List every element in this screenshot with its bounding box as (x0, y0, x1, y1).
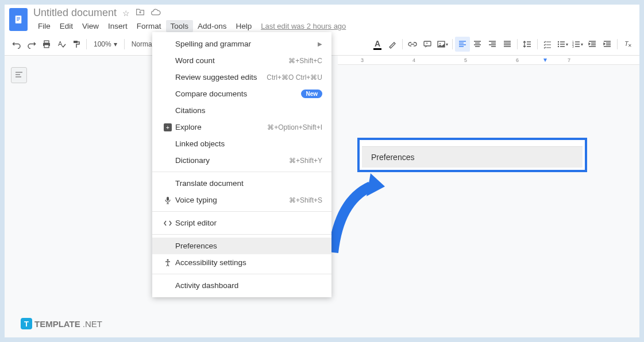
menu-shortcut: ⌘+Shift+S (289, 196, 322, 204)
watermark: T TEMPLATE.NET (21, 318, 102, 329)
document-title[interactable]: Untitled document (33, 7, 117, 19)
show-outline-button[interactable] (11, 67, 27, 83)
toolbar-separator (517, 39, 518, 49)
new-badge: New (301, 90, 322, 98)
menu-label: Explore (175, 123, 267, 131)
menu-separator (152, 274, 331, 274)
menu-activity-dashboard[interactable]: Activity dashboard (152, 277, 331, 294)
numbered-list-button[interactable]: 123▾ (570, 37, 585, 52)
svg-point-14 (558, 44, 559, 45)
title-area: Untitled document ☆ File Edit View Inser… (33, 7, 635, 32)
menu-compare-documents[interactable]: Compare documents New (152, 86, 331, 102)
menu-script-editor[interactable]: Script editor (152, 215, 331, 231)
menu-tools[interactable]: Tools (166, 20, 194, 32)
menu-separator (152, 234, 331, 235)
line-spacing-button[interactable] (520, 37, 535, 52)
align-right-button[interactable] (485, 37, 500, 52)
menu-bar: File Edit View Insert Format Tools Add-o… (33, 19, 635, 32)
star-icon[interactable]: ☆ (122, 9, 130, 18)
menu-format[interactable]: Format (132, 20, 166, 32)
svg-rect-3 (17, 20, 19, 21)
insert-link-button[interactable] (405, 37, 420, 52)
toolbar-separator (617, 39, 618, 49)
menu-shortcut: ⌘+Shift+Y (289, 157, 322, 165)
align-justify-button[interactable] (500, 37, 515, 52)
toolbar-separator (402, 39, 403, 49)
menu-label: Activity dashboard (175, 281, 322, 290)
move-icon[interactable] (136, 8, 145, 18)
spellcheck-button[interactable]: A (54, 37, 69, 52)
menu-label: Linked objects (175, 139, 322, 148)
ruler-mark-4: 4 (412, 57, 415, 63)
menu-label: Word count (175, 56, 288, 65)
redo-button[interactable] (24, 37, 39, 52)
menu-label: Translate document (175, 179, 322, 188)
menu-edit[interactable]: Edit (55, 20, 78, 32)
menu-voice-typing[interactable]: Voice typing ⌘+Shift+S (152, 192, 331, 208)
align-left-button[interactable] (455, 37, 470, 52)
docs-logo-icon[interactable] (9, 8, 28, 31)
menu-label: Script editor (175, 219, 322, 227)
watermark-brand: TEMPLATE (34, 319, 80, 329)
callout-box: Preferences (357, 138, 587, 172)
svg-point-13 (558, 41, 559, 42)
menu-separator (152, 172, 331, 172)
ruler-mark-5: 5 (464, 57, 467, 63)
microphone-icon (161, 196, 174, 204)
menu-view[interactable]: View (78, 20, 103, 32)
checklist-button[interactable] (540, 37, 555, 52)
text-color-button[interactable]: A (370, 37, 385, 52)
align-center-button[interactable] (470, 37, 485, 52)
menu-spelling-grammar[interactable]: Spelling and grammar ▶ (152, 36, 331, 52)
highlight-button[interactable] (385, 37, 400, 52)
menu-file[interactable]: File (33, 20, 55, 32)
menu-word-count[interactable]: Word count ⌘+Shift+C (152, 52, 331, 69)
menu-addons[interactable]: Add-ons (193, 20, 231, 32)
callout-divider (362, 142, 583, 147)
svg-rect-8 (74, 41, 78, 43)
ruler-mark-7: 7 (568, 57, 570, 63)
decrease-indent-button[interactable] (585, 37, 600, 52)
clear-formatting-button[interactable]: T✕ (620, 37, 635, 52)
last-edit-link[interactable]: Last edit was 2 hours ago (261, 22, 346, 30)
chevron-down-icon: ▾ (114, 40, 117, 48)
ruler-right-indent-icon[interactable]: ▾ (543, 56, 547, 64)
tools-dropdown: Spelling and grammar ▶ Word count ⌘+Shif… (152, 32, 331, 297)
toolbar-separator (86, 39, 87, 49)
svg-rect-23 (167, 197, 169, 201)
menu-linked-objects[interactable]: Linked objects (152, 135, 331, 152)
menu-label: Preferences (175, 242, 322, 250)
bulleted-list-button[interactable]: ▾ (555, 37, 570, 52)
menu-dictionary[interactable]: Dictionary ⌘+Shift+Y (152, 152, 331, 169)
menu-citations[interactable]: Citations (152, 102, 331, 119)
svg-point-15 (558, 46, 559, 47)
cloud-icon[interactable] (151, 8, 161, 18)
submenu-arrow-icon: ▶ (318, 41, 322, 47)
menu-label: Citations (175, 106, 322, 115)
svg-rect-2 (17, 19, 20, 20)
zoom-select[interactable]: 100%▾ (89, 40, 122, 48)
menu-help[interactable]: Help (231, 20, 256, 32)
insert-image-button[interactable]: ▾ (435, 37, 450, 52)
menu-translate[interactable]: Translate document (152, 175, 331, 192)
menu-explore[interactable]: + Explore ⌘+Option+Shift+I (152, 119, 331, 135)
menu-preferences[interactable]: Preferences (152, 238, 331, 254)
callout-content: Preferences (362, 147, 583, 168)
ruler[interactable]: 3 4 5 6 7 ▾ (338, 56, 639, 65)
toolbar-separator (537, 39, 538, 49)
zoom-value: 100% (94, 40, 111, 48)
paint-format-button[interactable] (69, 37, 84, 52)
increase-indent-button[interactable] (600, 37, 615, 52)
insert-comment-button[interactable]: + (420, 37, 435, 52)
print-button[interactable] (39, 37, 54, 52)
undo-button[interactable] (9, 37, 24, 52)
svg-text:+: + (166, 125, 169, 131)
menu-separator (152, 211, 331, 212)
menu-insert[interactable]: Insert (103, 20, 132, 32)
doc-title-line: Untitled document ☆ (33, 7, 635, 19)
menu-review-edits[interactable]: Review suggested edits Ctrl+⌘O Ctrl+⌘U (152, 69, 331, 86)
menu-shortcut: Ctrl+⌘O Ctrl+⌘U (267, 73, 322, 81)
menu-label: Accessibility settings (175, 258, 322, 267)
menu-accessibility[interactable]: Accessibility settings (152, 254, 331, 271)
menu-label: Voice typing (175, 196, 289, 204)
